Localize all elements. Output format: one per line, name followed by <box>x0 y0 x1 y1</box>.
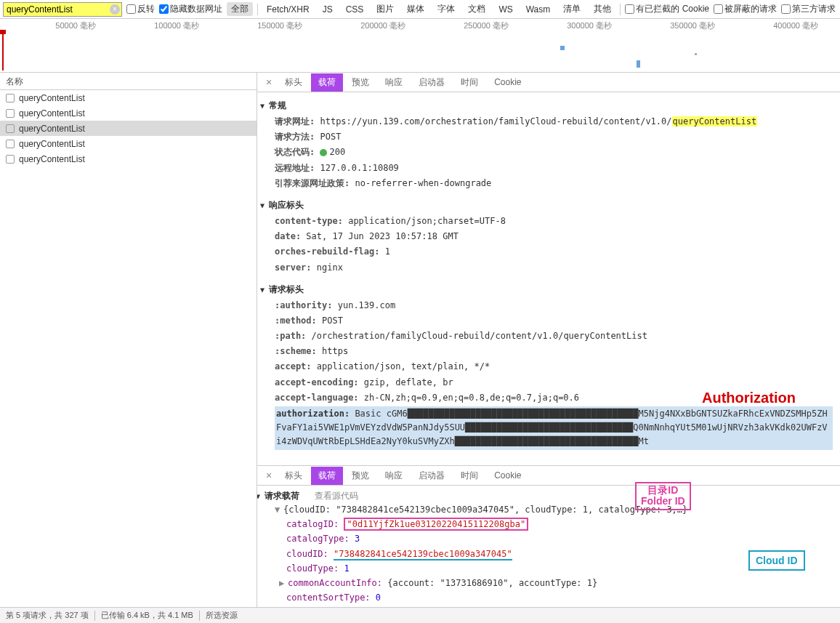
request-row[interactable]: queryContentList <box>0 136 257 151</box>
request-name: queryContentList <box>19 124 85 134</box>
blocked-cookies-checkbox[interactable]: 有已拦截的 Cookie <box>625 3 709 15</box>
tab-response[interactable]: 响应 <box>378 73 410 92</box>
network-toolbar: × 反转 隐藏数据网址 全部 Fetch/XHR JS CSS 图片 媒体 字体… <box>0 0 840 19</box>
label: 请求网址: <box>275 116 315 126</box>
name-column-header[interactable]: 名称 <box>0 73 257 90</box>
label: authorization: <box>276 409 350 419</box>
request-row[interactable]: queryContentList <box>0 90 257 105</box>
request-row[interactable]: queryContentList <box>0 151 257 166</box>
request-row[interactable]: queryContentList <box>0 121 257 136</box>
tab-payload[interactable]: 载荷 <box>311 73 343 92</box>
filter-manifest[interactable]: 清单 <box>559 2 585 16</box>
header-row: :scheme: https <box>275 345 833 358</box>
filter-all[interactable]: 全部 <box>227 2 253 16</box>
close-icon[interactable]: × <box>262 470 276 481</box>
tick: 100000 毫秒 <box>110 20 214 31</box>
invert-checkbox[interactable]: 反转 <box>126 3 155 15</box>
filter-img[interactable]: 图片 <box>372 2 398 16</box>
separator <box>94 611 95 620</box>
tab-response[interactable]: 响应 <box>378 467 410 485</box>
payload-header-row: 请求载荷 查看源代码 <box>260 490 833 502</box>
request-headers-section[interactable]: 请求标头 <box>260 284 833 296</box>
annotation-authorization: Authorization <box>702 390 796 406</box>
key: contentSortType: <box>286 592 371 603</box>
label: date: <box>275 231 301 241</box>
value: {cloudID: "738482841ce542139cbec1009a347… <box>283 505 687 515</box>
filter-doc[interactable]: 文档 <box>464 2 490 16</box>
tab-cookies[interactable]: Cookie <box>487 467 528 483</box>
payload-commonaccountinfo[interactable]: ▶commonAccountInfo: {account: "137316869… <box>279 576 833 590</box>
response-headers-section[interactable]: 响应标头 <box>260 199 833 212</box>
auth-type: Basic <box>355 409 386 419</box>
clear-filter-icon[interactable]: × <box>110 4 120 15</box>
main-split: 名称 queryContentList queryContentList que… <box>0 73 840 619</box>
filter-js[interactable]: JS <box>318 4 337 15</box>
third-party-checkbox[interactable]: 第三方请求 <box>781 3 836 15</box>
value: https://yun.139.com/orchestration/family… <box>320 116 757 126</box>
filter-box: × <box>3 2 122 17</box>
headers-pane: × 标头 载荷 预览 响应 启动器 时间 Cookie 常规 请求网址: htt… <box>257 73 840 465</box>
header-row: content-type: application/json;charset=U… <box>275 214 833 228</box>
tick: 50000 毫秒 <box>7 20 110 31</box>
label: accept-encoding: <box>275 377 359 387</box>
tab-initiator[interactable]: 启动器 <box>411 73 452 92</box>
hide-data-urls-checkbox[interactable]: 隐藏数据网址 <box>159 3 222 15</box>
tab-timing[interactable]: 时间 <box>453 73 485 92</box>
view-source-link[interactable]: 查看源代码 <box>315 491 358 501</box>
tab-headers[interactable]: 标头 <box>278 73 310 92</box>
filter-media[interactable]: 媒体 <box>403 2 429 16</box>
referrer-policy-row: 引荐来源网址政策: no-referrer-when-downgrade <box>275 177 833 190</box>
tab-cookies[interactable]: Cookie <box>487 74 528 90</box>
payload-summary[interactable]: ▼{cloudID: "738482841ce542139cbec1009a34… <box>275 503 833 517</box>
payload-tabs: × 标头 载荷 预览 响应 启动器 时间 Cookie <box>257 466 840 486</box>
headers-tabs: × 标头 载荷 预览 响应 启动器 时间 Cookie <box>257 73 840 92</box>
tab-payload[interactable]: 载荷 <box>311 467 343 485</box>
timeline[interactable]: 50000 毫秒 100000 毫秒 150000 毫秒 200000 毫秒 2… <box>0 19 840 73</box>
invert-label: 反转 <box>137 3 155 15</box>
label: :path: <box>275 331 306 341</box>
tab-headers[interactable]: 标头 <box>278 467 310 485</box>
file-icon <box>6 94 15 103</box>
payload-pane: × 标头 载荷 预览 响应 启动器 时间 Cookie 请求载荷 查看源代码 ▼… <box>257 465 840 619</box>
payload-catalogid: catalogID: "0d11YjfZk1ue0312022041511220… <box>286 518 833 531</box>
value: application/json;charset=UTF-8 <box>348 216 506 226</box>
tick: 200000 毫秒 <box>317 20 420 31</box>
value: 1 <box>344 563 349 574</box>
value: 200 <box>329 147 345 157</box>
status-dot-icon <box>320 149 327 156</box>
general-section[interactable]: 常规 <box>260 100 833 112</box>
header-row: :method: POST <box>275 314 833 328</box>
hide-data-urls-label: 隐藏数据网址 <box>170 3 222 15</box>
request-name: queryContentList <box>19 108 85 118</box>
filter-css[interactable]: CSS <box>342 4 368 15</box>
value: "0d11YjfZk1ue03120220415112208gba" <box>344 518 528 531</box>
request-payload-section[interactable]: 请求载荷 <box>257 491 299 501</box>
tab-preview[interactable]: 预览 <box>344 73 376 92</box>
separator <box>199 611 200 620</box>
blocked-requests-checkbox[interactable]: 被屏蔽的请求 <box>714 3 777 15</box>
label: 引荐来源网址政策: <box>275 178 350 188</box>
third-party-label: 第三方请求 <box>792 3 836 15</box>
filter-other[interactable]: 其他 <box>589 2 615 16</box>
filter-wasm[interactable]: Wasm <box>522 4 555 15</box>
request-name: queryContentList <box>19 154 85 164</box>
value: POST <box>320 132 341 142</box>
request-name: queryContentList <box>19 93 85 103</box>
filter-font[interactable]: 字体 <box>433 2 459 16</box>
tick: 400000 毫秒 <box>730 20 833 31</box>
timeline-cursor[interactable] <box>2 31 4 71</box>
timeline-body <box>0 31 840 72</box>
label: content-type: <box>275 216 343 226</box>
tab-timing[interactable]: 时间 <box>453 467 485 485</box>
remote-address-row: 远程地址: 127.0.0.1:10809 <box>275 161 833 175</box>
filter-fetch-xhr[interactable]: Fetch/XHR <box>262 4 314 15</box>
separator <box>620 4 621 15</box>
tab-preview[interactable]: 预览 <box>344 467 376 485</box>
close-icon[interactable]: × <box>262 76 276 88</box>
tab-initiator[interactable]: 启动器 <box>411 467 452 485</box>
annotation-cloud-id: Cloud ID <box>748 550 805 571</box>
filter-input[interactable] <box>3 2 122 17</box>
timeline-bar <box>560 46 565 50</box>
request-row[interactable]: queryContentList <box>0 105 257 121</box>
filter-ws[interactable]: WS <box>494 4 517 15</box>
